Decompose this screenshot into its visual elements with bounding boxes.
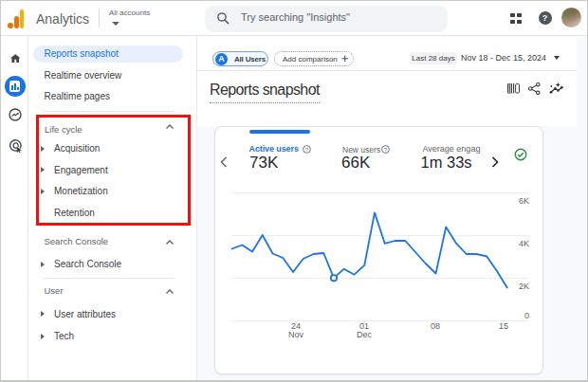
svg-text:08: 08 <box>431 321 440 331</box>
svg-text:Nov: Nov <box>288 330 304 339</box>
svg-text:15: 15 <box>499 321 508 331</box>
svg-text:Dec: Dec <box>357 330 373 339</box>
svg-text:4K: 4K <box>519 239 529 248</box>
svg-text:2K: 2K <box>519 282 529 291</box>
svg-text:6K: 6K <box>519 196 529 206</box>
svg-text:0: 0 <box>524 311 529 320</box>
